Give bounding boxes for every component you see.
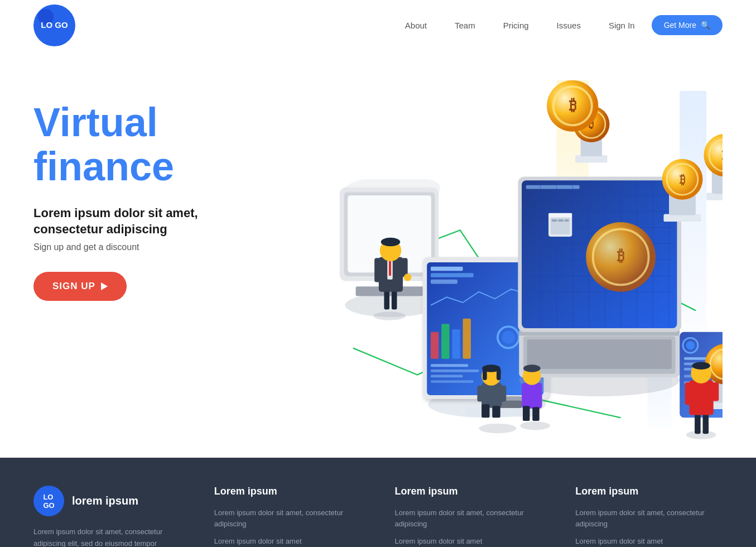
logo-text: LO GO [41,21,68,30]
footer-col3-title: Lorem ipsum [395,486,542,497]
svg-point-117 [520,421,550,430]
svg-rect-21 [431,364,468,367]
search-icon: 🔍 [701,21,710,30]
svg-rect-15 [431,332,439,359]
svg-text:₿: ₿ [617,248,624,265]
svg-rect-72 [706,193,723,200]
svg-rect-16 [441,324,449,358]
svg-point-104 [479,424,516,433]
header: LO GO About Team Pricing Issues Sign In … [0,0,756,50]
footer-col-1: LOGO lorem ipsum Lorem ipsum dolor sit a… [33,486,181,547]
svg-rect-94 [384,289,389,309]
svg-text:₿: ₿ [680,173,685,186]
svg-rect-109 [481,404,489,418]
footer-col3-link2: Lorem ipsum dolor sit amet [395,536,542,547]
svg-rect-99 [374,258,381,282]
svg-rect-12 [431,267,463,271]
nav-about[interactable]: About [405,21,427,30]
svg-rect-22 [431,370,479,372]
nav-issues[interactable]: Issues [557,21,581,30]
footer-logo-text: LOGO [43,493,54,510]
svg-point-93 [373,311,406,320]
hero-left: Virtual finance Lorem ipsum dolor sit am… [33,67,245,301]
footer-col2-link2: Lorem ipsum dolor sit amet [214,536,362,547]
hero-subtitle-bold: Lorem ipsum dolor sit amet,consectetur a… [33,205,245,237]
svg-rect-60 [663,214,701,222]
get-more-button[interactable]: Get More 🔍 [652,15,723,35]
logo[interactable]: LO GO [33,4,75,46]
signup-button[interactable]: SIGN UP [33,272,127,301]
footer-col4-link2: Lorem ipsum dolor sit amet [575,536,723,547]
svg-rect-32 [526,185,580,189]
svg-rect-118 [522,383,542,409]
footer-col-3: Lorem ipsum Lorem ipsum dolor sit amet, … [395,486,542,547]
svg-rect-112 [500,386,507,402]
signup-label: SIGN UP [52,281,95,292]
footer-logo-row: LOGO lorem ipsum [33,486,181,516]
svg-rect-24 [431,380,474,383]
svg-rect-120 [532,407,539,421]
svg-rect-28 [527,339,672,369]
hero-subtitle-light: Sign up and get a discount [33,242,245,252]
footer-col2-title: Lorem ipsum [214,486,362,497]
svg-rect-124 [695,412,701,434]
nav-signin[interactable]: Sign In [609,21,635,30]
svg-point-103 [381,238,401,246]
nav-team[interactable]: Team [455,21,475,30]
hero-illustration: ₿ ₿ ₿ [257,67,723,458]
isometric-scene: ₿ ₿ ₿ [257,67,723,458]
svg-rect-128 [712,382,719,401]
footer-col3-link1: Lorem ipsum dolor sit amet, consectetur … [395,507,542,529]
main-nav: About Team Pricing Issues Sign In [405,21,635,30]
svg-rect-14 [431,280,458,284]
footer-logo: LOGO [33,486,64,516]
svg-rect-116 [497,368,501,380]
svg-rect-91 [558,219,564,222]
svg-point-20 [502,331,515,344]
svg-rect-111 [477,386,484,402]
footer-brand-name: lorem ipsum [72,495,138,507]
svg-rect-18 [463,319,471,359]
svg-rect-23 [431,375,463,378]
svg-rect-125 [702,412,709,434]
svg-point-130 [692,362,710,370]
svg-rect-17 [452,329,460,359]
get-more-label: Get More [664,21,696,30]
svg-point-54 [686,341,695,349]
svg-point-101 [404,274,411,281]
svg-point-122 [523,364,541,372]
svg-rect-92 [565,219,569,222]
play-icon [101,282,108,290]
svg-text:₿: ₿ [722,148,723,162]
footer-col-4: Lorem ipsum Lorem ipsum dolor sit amet, … [575,486,723,547]
svg-rect-66 [575,155,608,162]
svg-rect-95 [392,289,397,309]
svg-rect-126 [689,380,713,415]
footer-col2-link1: Lorem ipsum dolor sit amet, consectetur … [214,507,362,529]
hero-section: Virtual finance Lorem ipsum dolor sit am… [0,50,756,458]
footer-desc: Lorem ipsum dolor sit amet, consectetur … [33,526,181,547]
svg-rect-115 [483,368,487,380]
footer-col4-title: Lorem ipsum [575,486,723,497]
footer: LOGO lorem ipsum Lorem ipsum dolor sit a… [0,458,756,547]
footer-col-2: Lorem ipsum Lorem ipsum dolor sit amet, … [214,486,362,547]
svg-rect-90 [552,219,557,222]
svg-rect-13 [431,273,474,277]
svg-rect-110 [492,406,500,418]
svg-rect-127 [685,382,692,405]
nav-pricing[interactable]: Pricing [503,21,529,30]
svg-rect-98 [389,260,391,276]
svg-rect-108 [481,383,502,407]
svg-rect-89 [548,213,572,218]
svg-rect-119 [523,406,529,421]
svg-point-123 [686,430,716,439]
hero-title: Virtual finance [33,100,245,189]
svg-text:₿: ₿ [569,97,576,114]
footer-col4-link1: Lorem ipsum dolor sit amet, consectetur … [575,507,723,529]
